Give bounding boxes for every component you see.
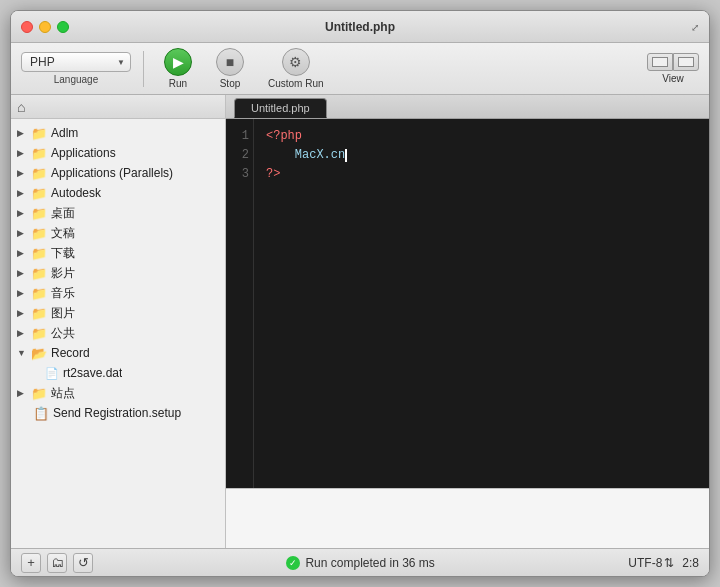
sidebar-item-music[interactable]: ▶ 📁 音乐	[11, 283, 225, 303]
folder-icon-applications: 📁	[31, 146, 47, 161]
minimize-button[interactable]	[39, 21, 51, 33]
run-button[interactable]: ▶ Run	[156, 44, 200, 93]
status-bar: + 🗂 ↺ ✓ Run completed in 36 ms UTF-8 ⇅ 2…	[11, 548, 709, 576]
expand-arrow-adlm: ▶	[17, 128, 27, 138]
maximize-button[interactable]	[57, 21, 69, 33]
code-php-open: <?php	[266, 129, 302, 143]
folder-icon-record: 📂	[31, 346, 47, 361]
view-split-right[interactable]	[673, 53, 699, 71]
run-label: Run	[169, 78, 187, 89]
editor-area: Untitled.php 1 2 3 <?php MacX.cn ?>	[226, 95, 709, 548]
sidebar-item-movies[interactable]: ▶ 📁 影片	[11, 263, 225, 283]
code-line-3: ?>	[266, 165, 697, 184]
folder-button[interactable]: 🗂	[47, 553, 67, 573]
folder-icon-pictures: 📁	[31, 306, 47, 321]
view-icon-right	[678, 57, 694, 67]
sidebar-item-applications-parallels[interactable]: ▶ 📁 Applications (Parallels)	[11, 163, 225, 183]
cursor-position: 2:8	[682, 556, 699, 570]
sidebar-item-pictures[interactable]: ▶ 📁 图片	[11, 303, 225, 323]
sidebar-label-documents: 文稿	[51, 225, 75, 242]
encoding-display[interactable]: UTF-8 ⇅	[628, 556, 674, 570]
sidebar-item-rt2save[interactable]: 📄 rt2save.dat	[11, 363, 225, 383]
folder-icon-status: 🗂	[51, 555, 64, 570]
sidebar-item-desktop[interactable]: ▶ 📁 桌面	[11, 203, 225, 223]
expand-arrow-record: ▼	[17, 348, 27, 358]
toolbar-right: View	[647, 53, 699, 84]
sidebar-item-autodesk[interactable]: ▶ 📁 Autodesk	[11, 183, 225, 203]
sidebar-label-zhandian: 站点	[51, 385, 75, 402]
expand-arrow-desktop: ▶	[17, 208, 27, 218]
folder-icon-adlm: 📁	[31, 126, 47, 141]
sidebar-label-movies: 影片	[51, 265, 75, 282]
folder-icon-applications-parallels: 📁	[31, 166, 47, 181]
stop-icon: ■	[216, 48, 244, 76]
line-num-2: 2	[234, 146, 249, 165]
sidebar-item-applications[interactable]: ▶ 📁 Applications	[11, 143, 225, 163]
encoding-label: UTF-8	[628, 556, 662, 570]
language-dropdown-wrapper[interactable]: PHP Python Ruby JavaScript	[21, 52, 131, 72]
status-right: UTF-8 ⇅ 2:8	[628, 556, 699, 570]
traffic-lights	[21, 21, 69, 33]
sidebar-label-autodesk: Autodesk	[51, 186, 101, 200]
folder-icon-downloads: 📁	[31, 246, 47, 261]
expand-arrow-documents: ▶	[17, 228, 27, 238]
code-line-2: MacX.cn	[266, 146, 697, 165]
add-button[interactable]: +	[21, 553, 41, 573]
language-dropdown[interactable]: PHP Python Ruby JavaScript	[21, 52, 131, 72]
folder-icon-public: 📁	[31, 326, 47, 341]
view-split-left[interactable]	[647, 53, 673, 71]
sidebar-item-adlm[interactable]: ▶ 📁 Adlm	[11, 123, 225, 143]
view-label: View	[662, 73, 684, 84]
view-btn-group	[647, 53, 699, 71]
sidebar-toolbar: ⌂	[11, 95, 225, 119]
view-icon-left	[652, 57, 668, 67]
home-icon[interactable]: ⌂	[17, 99, 25, 115]
status-left: + 🗂 ↺	[21, 553, 93, 573]
editor-tab-untitled[interactable]: Untitled.php	[234, 98, 327, 118]
code-macx: MacX.cn	[295, 148, 345, 162]
titlebar: Untitled.php ⤢	[11, 11, 709, 43]
expand-arrow-autodesk: ▶	[17, 188, 27, 198]
expand-arrow-downloads: ▶	[17, 248, 27, 258]
sidebar-item-record[interactable]: ▼ 📂 Record	[11, 343, 225, 363]
refresh-icon: ↺	[78, 555, 89, 570]
refresh-button[interactable]: ↺	[73, 553, 93, 573]
folder-icon-documents: 📁	[31, 226, 47, 241]
sidebar-label-music: 音乐	[51, 285, 75, 302]
expand-arrow-music: ▶	[17, 288, 27, 298]
sidebar: ⌂ ▶ 📁 Adlm ▶ 📁 Applications ▶ 📁 Applicat…	[11, 95, 226, 548]
line-num-1: 1	[234, 127, 249, 146]
sidebar-label-record: Record	[51, 346, 90, 360]
output-area	[226, 488, 709, 548]
titlebar-right: ⤢	[691, 20, 699, 34]
expand-icon[interactable]: ⤢	[691, 22, 699, 33]
success-icon: ✓	[286, 556, 300, 570]
code-content[interactable]: <?php MacX.cn ?>	[254, 119, 709, 488]
sidebar-label-pictures: 图片	[51, 305, 75, 322]
line-num-3: 3	[234, 165, 249, 184]
window-title: Untitled.php	[325, 20, 395, 34]
stop-button[interactable]: ■ Stop	[208, 44, 252, 93]
expand-arrow-zhandian: ▶	[17, 388, 27, 398]
sidebar-item-zhandian[interactable]: ▶ 📁 站点	[11, 383, 225, 403]
language-label: Language	[54, 74, 99, 85]
code-php-close: ?>	[266, 167, 280, 181]
code-line-1: <?php	[266, 127, 697, 146]
sidebar-item-send-registration[interactable]: 📋 Send Registration.setup	[11, 403, 225, 423]
tab-bar: Untitled.php	[226, 95, 709, 119]
custom-run-icon: ⚙	[282, 48, 310, 76]
expand-arrow-pictures: ▶	[17, 308, 27, 318]
tab-label: Untitled.php	[251, 102, 310, 114]
main-window: Untitled.php ⤢ PHP Python Ruby JavaScrip…	[10, 10, 710, 577]
custom-run-button[interactable]: ⚙ Custom Run	[260, 44, 332, 93]
sidebar-item-documents[interactable]: ▶ 📁 文稿	[11, 223, 225, 243]
expand-arrow-applications-parallels: ▶	[17, 168, 27, 178]
sidebar-item-downloads[interactable]: ▶ 📁 下载	[11, 243, 225, 263]
close-button[interactable]	[21, 21, 33, 33]
sidebar-item-public[interactable]: ▶ 📁 公共	[11, 323, 225, 343]
sidebar-label-desktop: 桌面	[51, 205, 75, 222]
code-area[interactable]: 1 2 3 <?php MacX.cn ?>	[226, 119, 709, 488]
status-message: ✓ Run completed in 36 ms	[93, 556, 628, 570]
file-icon-send-registration: 📋	[33, 406, 49, 421]
encoding-arrow: ⇅	[664, 556, 674, 570]
